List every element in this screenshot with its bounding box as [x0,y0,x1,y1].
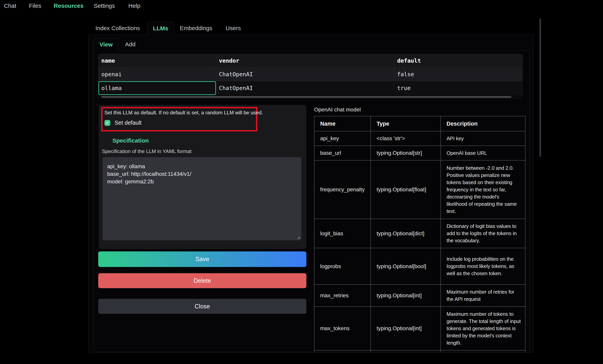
tab-index-collections[interactable]: Index Collections [94,22,141,34]
model-row-max-tokens: max_tokens typing.Optional[int] Maximum … [314,307,525,350]
model-info-table: Name Type Description api_key <class 'st… [314,116,526,352]
nav-item-settings[interactable]: Settings [94,2,115,9]
param-type: typing.Optional[int] [371,307,441,350]
llm-row-ollama[interactable]: ollama ChatOpenAI true [98,81,523,95]
subtab-view[interactable]: View [93,38,119,51]
set-default-checkbox[interactable]: ✓ [104,120,110,126]
tab-embeddings[interactable]: Embeddings [179,22,213,34]
param-name: api_key [314,131,371,146]
nav-item-files[interactable]: Files [29,2,41,9]
param-description: Dictionary of logit bias values to add t… [441,219,525,248]
llm-cell-default[interactable]: false [394,67,523,81]
subtab-add[interactable]: Add [119,38,142,50]
llm-row-openai[interactable]: openai ChatOpenAI false [98,67,523,81]
highlight-red-box: Set this LLM as default. If no default i… [101,107,257,131]
param-description: Maximum number of tokens to generate. Th… [441,307,525,350]
tab-users[interactable]: Users [225,22,241,34]
specification-caption: Specification of the LLM in YAML format [102,148,192,154]
param-description: API key [441,131,525,146]
param-name: logit_bias [314,219,371,248]
default-note-text: Set this LLM as default. If no default i… [104,110,256,116]
llm-cell-default[interactable]: true [394,81,523,95]
llm-col-header-vendor: vendor [216,54,394,67]
save-button[interactable]: Save [98,251,306,267]
model-col-header-name: Name [314,116,371,131]
param-type: typing.Optional[bool] [371,248,441,285]
param-type: typing.Optional[int] [371,285,441,307]
app-root: Chat Files Resources Settings Help Index… [0,0,603,364]
nav-item-chat[interactable]: Chat [4,2,16,9]
delete-button[interactable]: Delete [98,273,306,288]
param-description: Number between -2.0 and 2.0. Positive va… [441,160,525,219]
param-name: base_url [314,146,371,160]
param-description: Include log probabilities on the logprob… [441,248,525,285]
param-description: OpenAI base URL [441,146,525,160]
llm-detail-card: Set this LLM as default. If no default i… [99,105,306,249]
param-type: typing.Optional[dict] [371,219,441,248]
llm-cell-vendor[interactable]: ChatOpenAI [216,81,394,95]
checkmark-icon: ✓ [106,121,109,125]
set-default-row: ✓ Set default [104,120,142,126]
yaml-spec-textarea[interactable]: api_key: ollama base_url: http://localho… [103,157,301,240]
model-col-header-description: Description [441,116,525,131]
model-row-clipped [314,350,525,352]
llm-table-header-row: name vendor default [98,54,523,67]
llm-cell-name-selected[interactable]: ollama [98,81,216,95]
llm-cell-name[interactable]: openai [98,67,216,81]
model-col-header-type: Type [371,116,441,131]
model-row-logprobs: logprobs typing.Optional[bool] Include l… [314,248,525,285]
nav-item-resources[interactable]: Resources [54,2,83,9]
llm-list-table: name vendor default openai ChatOpenAI fa… [98,54,523,99]
param-type: typing.Optional[str] [371,146,441,160]
param-name: max_tokens [314,307,371,350]
param-name: logprobs [314,248,371,285]
llm-cell-vendor[interactable]: ChatOpenAI [216,67,394,81]
model-row-logit-bias: logit_bias typing.Optional[dict] Diction… [314,219,525,248]
vertical-scrollbar-thumb[interactable] [539,19,541,157]
model-info-title: OpenAI chat model [314,107,361,113]
horizontal-scrollbar-thumb[interactable] [101,96,511,98]
nav-item-help[interactable]: Help [128,2,140,9]
param-type: typing.Optional[float] [371,160,441,219]
model-row-max-retries: max_retries typing.Optional[int] Maximum… [314,285,525,307]
yaml-editor-wrap: api_key: ollama base_url: http://localho… [103,157,301,240]
specification-heading: Specification [112,137,149,144]
set-default-label: Set default [115,120,142,126]
close-button[interactable]: Close [98,299,306,314]
model-row-base-url: base_url typing.Optional[str] OpenAI bas… [314,146,525,160]
param-name: frequency_penalty [314,160,371,219]
model-row-api-key: api_key <class 'str'> API key [314,131,525,146]
llm-col-header-default: default [394,54,523,67]
param-name: max_retries [314,285,371,307]
model-row-frequency-penalty: frequency_penalty typing.Optional[float]… [314,160,525,219]
param-type: <class 'str'> [371,131,441,146]
llm-col-header-name: name [98,54,216,67]
param-description: Maximum number of retries for the API re… [441,285,525,307]
tab-llms[interactable]: LLMs [147,22,174,35]
model-table-header-row: Name Type Description [314,116,525,131]
